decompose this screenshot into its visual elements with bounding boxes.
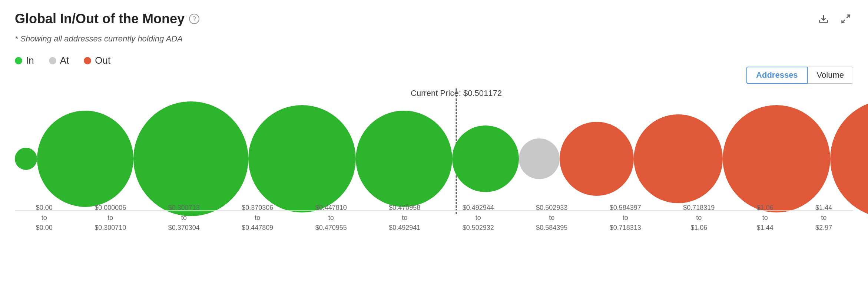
label-col-6: $0.470958to$0.492941	[389, 203, 420, 233]
label-col-1: $0.00to$0.00	[36, 203, 53, 233]
label-to-9: $0.718313	[610, 223, 641, 233]
label-to-1: $0.00	[36, 223, 53, 233]
svg-line-2	[842, 20, 845, 23]
label-from-2: $0.000006	[95, 203, 126, 213]
bubbles-row	[15, 100, 853, 218]
label-from-4: $0.370306	[242, 203, 273, 213]
legend-item-at: At	[49, 55, 69, 66]
label-from-5: $0.447810	[315, 203, 347, 213]
bubble-col-2	[37, 111, 133, 207]
label-from-3: $0.300713	[168, 203, 200, 213]
label-col-5: $0.447810to$0.470955	[315, 203, 347, 233]
label-col-3: $0.300713to$0.370304	[168, 203, 200, 233]
bubble-col-10	[723, 105, 830, 212]
label-to-word-11: to	[762, 213, 768, 223]
header-row: Global In/Out of the Money ?	[15, 11, 853, 27]
label-from-6: $0.470958	[389, 203, 420, 213]
in-dot	[15, 57, 22, 64]
bubble-col-6	[452, 125, 519, 192]
bubble-10[interactable]	[723, 105, 830, 212]
label-col-11: $1.06to$1.44	[757, 203, 773, 233]
page-title: Global In/Out of the Money	[15, 11, 185, 27]
at-label: At	[60, 55, 69, 66]
bubble-col-3	[133, 101, 248, 216]
label-from-12: $1.44	[815, 203, 832, 213]
in-label: In	[26, 55, 34, 66]
svg-line-1	[847, 15, 849, 18]
label-col-2: $0.000006to$0.300710	[95, 203, 126, 233]
label-to-11: $1.44	[757, 223, 773, 233]
label-from-8: $0.502933	[536, 203, 567, 213]
label-to-word-1: to	[42, 213, 47, 223]
bubble-col-7	[519, 138, 560, 179]
label-to-7: $0.502932	[463, 223, 494, 233]
legend-item-out: Out	[84, 55, 110, 66]
bubble-4[interactable]	[248, 105, 356, 212]
label-to-5: $0.470955	[315, 223, 347, 233]
label-to-12: $2.97	[815, 223, 832, 233]
label-from-1: $0.00	[36, 203, 53, 213]
bubble-col-1	[15, 148, 37, 170]
labels-row: $0.00to$0.00$0.000006to$0.300710$0.30071…	[15, 203, 853, 233]
label-to-word-3: to	[181, 213, 187, 223]
label-to-6: $0.492941	[389, 223, 420, 233]
legend-item-in: In	[15, 55, 34, 66]
bubble-3[interactable]	[133, 101, 248, 216]
label-to-word-7: to	[476, 213, 481, 223]
bubble-6[interactable]	[452, 125, 519, 192]
label-col-4: $0.370306to$0.447809	[242, 203, 273, 233]
header-actions	[816, 11, 853, 26]
label-to-2: $0.300710	[95, 223, 126, 233]
label-to-word-5: to	[328, 213, 334, 223]
label-to-word-12: to	[821, 213, 826, 223]
out-label: Out	[95, 55, 110, 66]
bubble-2[interactable]	[37, 111, 133, 207]
subtitle: * Showing all addresses currently holdin…	[15, 34, 853, 44]
label-to-3: $0.370304	[168, 223, 200, 233]
label-to-word-8: to	[549, 213, 554, 223]
label-to-4: $0.447809	[242, 223, 273, 233]
bubble-col-5	[356, 111, 452, 207]
at-dot	[49, 57, 56, 64]
bubble-col-8	[560, 122, 634, 196]
bubble-1[interactable]	[15, 148, 37, 170]
legend: In At Out	[15, 55, 853, 66]
label-to-10: $1.06	[690, 223, 707, 233]
out-dot	[84, 57, 91, 64]
label-from-10: $0.718319	[683, 203, 715, 213]
label-from-7: $0.492944	[463, 203, 494, 213]
expand-button[interactable]	[838, 11, 853, 26]
label-to-word-6: to	[402, 213, 407, 223]
bubble-col-9	[634, 114, 723, 203]
title-group: Global In/Out of the Money ?	[15, 11, 199, 27]
bubble-col-11	[830, 100, 868, 218]
bubble-8[interactable]	[560, 122, 634, 196]
bubble-col-4	[248, 105, 356, 212]
main-container: Global In/Out of the Money ?	[0, 0, 868, 285]
help-icon[interactable]: ?	[189, 14, 199, 24]
label-from-9: $0.584397	[610, 203, 641, 213]
label-col-10: $0.718319to$1.06	[683, 203, 715, 233]
bubble-9[interactable]	[634, 114, 723, 203]
label-col-8: $0.502933to$0.584395	[536, 203, 567, 233]
label-to-word-10: to	[696, 213, 702, 223]
label-to-word-9: to	[623, 213, 628, 223]
label-from-11: $1.06	[757, 203, 773, 213]
chart-area: Current Price: $0.501172 InTheBlock $0.0…	[15, 77, 853, 233]
label-to-word-2: to	[107, 213, 113, 223]
bubble-7[interactable]	[519, 138, 560, 179]
label-col-7: $0.492944to$0.502932	[463, 203, 494, 233]
label-col-9: $0.584397to$0.718313	[610, 203, 641, 233]
bubble-5[interactable]	[356, 111, 452, 207]
label-to-8: $0.584395	[536, 223, 567, 233]
bubble-11[interactable]	[830, 100, 868, 218]
label-to-word-4: to	[255, 213, 260, 223]
label-col-12: $1.44to$2.97	[815, 203, 832, 233]
download-button[interactable]	[816, 11, 831, 26]
